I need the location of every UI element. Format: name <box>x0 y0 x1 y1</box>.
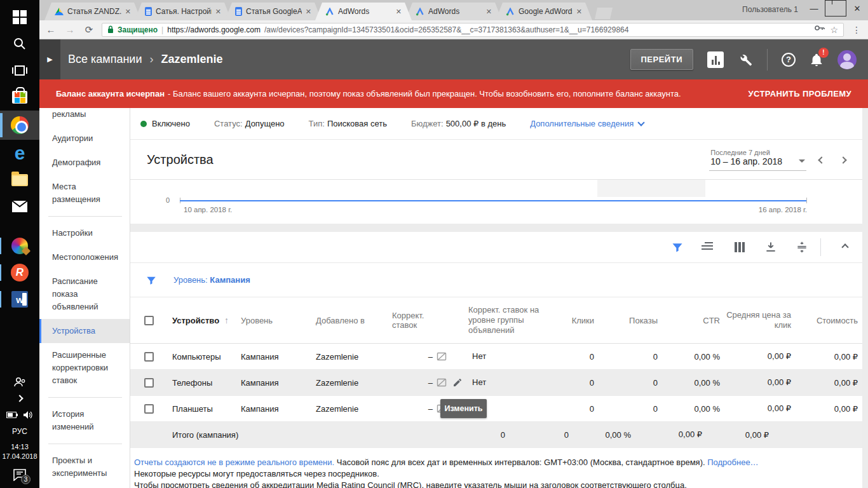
date-next-button[interactable] <box>837 154 850 165</box>
learn-more-link[interactable]: Подробнее… <box>707 458 758 467</box>
tab-doc-1[interactable]: Сатья. Настройка Я ✕ <box>135 3 231 20</box>
back-button[interactable]: ← <box>44 24 57 35</box>
sidebar-item-placements[interactable]: Места размещения <box>39 175 130 212</box>
reports-icon[interactable] <box>707 51 724 68</box>
r-app-button[interactable]: R <box>0 259 39 286</box>
columns-button[interactable] <box>733 240 747 254</box>
sidebar-item-demographics[interactable]: Демография <box>39 151 130 175</box>
hidden-icons-button[interactable] <box>0 390 39 407</box>
tab-google-adwords[interactable]: Google AdWords ✕ <box>496 3 592 20</box>
campaign-status-bar: Включено Статус:Допущено Тип:Поисковая с… <box>130 108 862 140</box>
column-cost[interactable]: Стоимость <box>791 316 862 325</box>
sidebar-item-reklamy[interactable]: рекламы <box>39 108 130 126</box>
tab-close-icon[interactable]: ✕ <box>576 8 582 16</box>
sidebar-item-devices[interactable]: Устройства <box>39 319 130 343</box>
key-icon[interactable] <box>815 25 825 31</box>
sidebar-item-drafts-experiments[interactable]: Проекты и эксперименты <box>39 449 130 485</box>
mail-icon <box>11 200 28 213</box>
column-device[interactable]: Устройство↑ <box>159 315 228 325</box>
table-row-tablets[interactable]: Планшеты Кампания Zazemlenie – Нет 0 0 0… <box>130 396 862 422</box>
sidebar-item-audiences[interactable]: Аудитории <box>39 126 130 151</box>
file-explorer-button[interactable] <box>0 166 39 193</box>
secure-label[interactable]: Защищено <box>118 25 158 34</box>
group-bid-adj-cell: Нет <box>451 351 539 362</box>
expand-button[interactable] <box>795 240 809 254</box>
download-button[interactable] <box>764 240 778 254</box>
breadcrumb-campaign[interactable]: Zazemlenie <box>161 53 222 66</box>
tab-close-icon[interactable]: ✕ <box>486 8 492 16</box>
sidebar-item-change-history[interactable]: История изменений <box>39 402 130 439</box>
play-arrow-icon: ▶ <box>47 55 52 64</box>
column-group-bid-adj[interactable]: Коррект. ставок на уровне группы объявле… <box>451 305 539 336</box>
reload-button[interactable]: ⟳ <box>83 24 95 36</box>
forward-button[interactable]: → <box>64 24 76 35</box>
bookmark-star-icon[interactable]: ☆ <box>830 25 838 35</box>
task-view-button[interactable] <box>0 57 39 84</box>
word-button[interactable]: w <box>0 286 39 313</box>
segment-button[interactable] <box>702 240 715 254</box>
row-checkbox[interactable] <box>144 378 154 388</box>
pencil-icon <box>452 377 463 388</box>
account-avatar[interactable] <box>837 50 857 69</box>
close-button[interactable]: ✕ <box>846 0 868 17</box>
row-checkbox[interactable] <box>144 404 154 414</box>
column-bid-adj[interactable]: Коррект. ставок <box>379 311 451 330</box>
collapse-table-button[interactable] <box>838 240 852 254</box>
address-bar[interactable]: Защищено | https://adwords.google.com/aw… <box>102 23 844 37</box>
sidebar-item-settings[interactable]: Настройки <box>39 221 130 245</box>
breadcrumb-all-campaigns[interactable]: Все кампании <box>68 53 142 66</box>
column-clicks[interactable]: Клики <box>539 316 594 325</box>
performance-chart: 0 10 апр. 2018 г. 16 апр. 2018 г. <box>130 180 862 224</box>
additional-details-link[interactable]: Дополнительные сведения <box>530 119 644 128</box>
table-row-computers[interactable]: Компьютеры Кампания Zazemlenie – Нет 0 0… <box>130 344 862 370</box>
column-ctr[interactable]: CTR <box>658 316 720 325</box>
go-to-button[interactable]: ПЕРЕЙТИ <box>630 49 694 70</box>
action-center-button[interactable]: 3 <box>0 464 39 485</box>
column-avg-cpc[interactable]: Средняя цена за клик <box>720 310 791 330</box>
mail-button[interactable] <box>0 193 39 220</box>
store-button[interactable] <box>0 84 39 111</box>
taskbar-clock[interactable]: 14:13 17.04.2018 <box>2 440 37 464</box>
tab-close-icon[interactable]: ✕ <box>125 8 131 16</box>
sidebar-item-advanced-bid-adj[interactable]: Расширенные корректировки ставок <box>39 343 130 393</box>
restore-button[interactable] <box>825 0 846 17</box>
nav-collapse-button[interactable]: ▶ <box>39 39 60 79</box>
column-impressions[interactable]: Показы <box>594 316 658 325</box>
edit-pencil-button[interactable] <box>452 377 463 388</box>
level-filter-chip[interactable]: Уровень: Кампания <box>173 275 250 285</box>
date-prev-button[interactable] <box>815 154 828 165</box>
column-added-to[interactable]: Добавлено в <box>303 316 379 325</box>
tab-doc-2[interactable]: Статья GoogleAdwo ✕ <box>225 3 322 20</box>
sidebar-item-ad-schedule[interactable]: Расписание показа объявлений <box>39 269 130 319</box>
tab-adwords-2[interactable]: AdWords ✕ <box>405 3 502 20</box>
edge-button[interactable]: e <box>0 140 39 166</box>
chrome-taskbar-button[interactable] <box>0 111 39 140</box>
fix-problem-button[interactable]: УСТРАНИТЬ ПРОБЛЕМУ <box>729 89 851 98</box>
minimize-button[interactable]: — <box>803 0 825 17</box>
paint-button[interactable] <box>0 233 39 259</box>
tab-adwords-active[interactable]: AdWords ✕ <box>315 3 412 20</box>
row-checkbox[interactable] <box>144 352 154 362</box>
tab-close-icon[interactable]: ✕ <box>396 8 402 16</box>
filter-button[interactable] <box>670 240 684 254</box>
people-button[interactable] <box>0 374 39 390</box>
tab-close-icon[interactable]: ✕ <box>306 8 311 16</box>
profile-name-button[interactable]: Пользователь 1 <box>742 5 798 14</box>
battery-volume-tray[interactable] <box>0 407 39 423</box>
new-tab-button[interactable] <box>595 8 613 19</box>
help-icon[interactable]: ? <box>782 53 796 67</box>
tab-zandz[interactable]: Статья ZANDZ.ru – ✕ <box>44 3 141 20</box>
sidebar-item-locations[interactable]: Местоположения <box>39 245 130 269</box>
realtime-note-link[interactable]: Отчеты создаются не в режиме реального в… <box>134 458 334 467</box>
column-level[interactable]: Уровень <box>228 316 303 325</box>
start-button[interactable] <box>0 4 39 30</box>
select-all-checkbox[interactable] <box>144 316 154 325</box>
notifications-button[interactable]: ! <box>810 52 824 67</box>
search-button[interactable] <box>0 30 39 57</box>
language-indicator[interactable]: РУС <box>0 423 39 440</box>
browser-menu-button[interactable]: ⋮ <box>850 25 863 35</box>
table-row-phones[interactable]: Телефоны Кампания Zazemlenie – Нет 0 0 0… <box>130 370 862 396</box>
tools-wrench-icon[interactable] <box>738 52 753 67</box>
date-range-selector[interactable]: Последние 7 дней 10 – 16 апр. 2018 <box>709 149 806 171</box>
tab-close-icon[interactable]: ✕ <box>215 8 221 16</box>
